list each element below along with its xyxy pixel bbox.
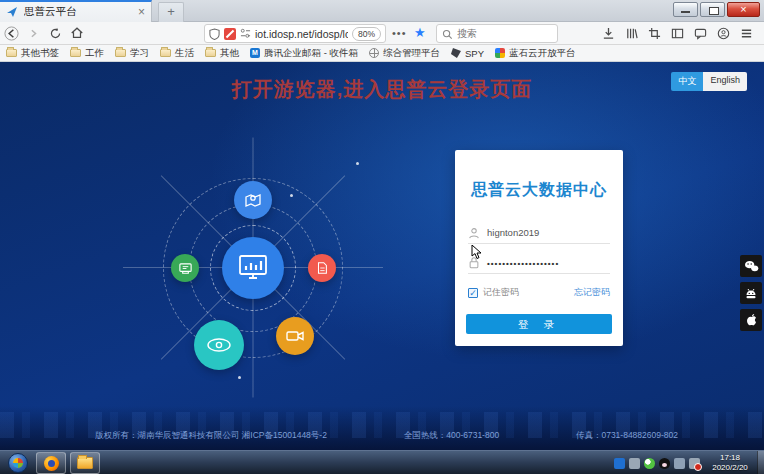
page-footer: 版权所有：湖南华辰智通科技有限公司 湘ICP备15001448号-2 全国热线：…	[0, 406, 764, 450]
document-node[interactable]	[308, 254, 336, 282]
video-node[interactable]	[276, 317, 314, 355]
tracking-shield-icon	[209, 28, 220, 40]
download-icon[interactable]	[600, 26, 616, 42]
forgot-password-link[interactable]: 忘记密码	[574, 286, 610, 299]
sidebar-icon[interactable]	[669, 26, 685, 42]
bookmark-folder-study[interactable]: 学习	[115, 47, 149, 60]
lanshi-icon	[495, 48, 505, 58]
tray-network-share-icon[interactable]	[674, 458, 685, 469]
remember-row: ✓ 记住密码 忘记密码	[468, 286, 610, 299]
hub-graphic	[118, 132, 388, 404]
clock-date: 2020/2/20	[705, 463, 755, 473]
bookmark-folder-misc[interactable]: 其他	[205, 47, 239, 60]
show-desktop-button[interactable]	[757, 451, 764, 474]
back-button[interactable]	[0, 23, 22, 43]
forward-button[interactable]	[22, 23, 44, 43]
start-button[interactable]	[8, 453, 28, 473]
vision-node[interactable]	[194, 320, 244, 370]
bookmarks-bar: 其他书签 工作 学习 生活 其他 M腾讯企业邮箱 - 收件箱 综合管理平台 SP…	[0, 45, 764, 62]
restore-button[interactable]	[700, 2, 725, 17]
lang-english-button[interactable]: English	[703, 72, 747, 91]
site-permissions-icon[interactable]	[240, 28, 251, 39]
map-pin-icon	[243, 190, 263, 210]
toolbar-icons	[600, 22, 754, 45]
bookmark-folder-work[interactable]: 工作	[70, 47, 104, 60]
search-box[interactable]	[436, 24, 558, 43]
folder-icon	[70, 49, 81, 57]
apple-icon	[745, 313, 758, 327]
bookmark-management-platform[interactable]: 综合管理平台	[369, 47, 440, 60]
reload-button[interactable]	[44, 23, 66, 43]
android-button[interactable]	[740, 282, 762, 304]
close-button[interactable]: ×	[727, 2, 760, 17]
clock-time: 17:18	[705, 453, 755, 463]
folder-icon	[6, 49, 17, 57]
bookmark-folder-other-bookmarks[interactable]: 其他书签	[6, 47, 59, 60]
tray-wechat-icon[interactable]	[644, 458, 655, 469]
menu-icon[interactable]	[738, 26, 754, 42]
document-icon	[315, 261, 329, 275]
language-toggle: 中文 English	[671, 72, 747, 91]
remember-checkbox[interactable]: ✓	[468, 288, 478, 298]
map-node[interactable]	[234, 181, 272, 219]
search-icon	[442, 29, 453, 40]
mail-icon: M	[250, 48, 260, 58]
tray-device-icon[interactable]	[629, 458, 640, 469]
decor-dot	[356, 162, 359, 165]
video-camera-icon	[285, 328, 305, 344]
bookmark-star-icon[interactable]: ★	[414, 25, 426, 40]
browser-tab[interactable]: 思普云平台 ×	[0, 0, 152, 22]
bookmark-spy[interactable]: SPY	[451, 48, 484, 59]
monitor-node[interactable]	[171, 254, 199, 282]
system-tray	[614, 451, 700, 474]
annotation-text: 打开游览器,进入思普云登录页面	[0, 76, 764, 103]
bookmark-lanshi-cloud[interactable]: 蓝石云开放平台	[495, 47, 576, 60]
url-bar[interactable]: iot.idosp.net/idosp/login.html 80%	[204, 24, 386, 43]
firefox-icon	[44, 456, 59, 471]
login-page: 打开游览器,进入思普云登录页面 中文 English	[0, 62, 764, 450]
taskbar-firefox-button[interactable]	[36, 452, 66, 474]
library-icon[interactable]	[623, 26, 639, 42]
page-actions-icon[interactable]: •••	[392, 27, 407, 39]
screenshot-icon[interactable]	[646, 26, 662, 42]
username-value: hignton2019	[487, 227, 539, 238]
screen-icon	[178, 261, 193, 276]
account-icon[interactable]	[715, 26, 731, 42]
user-icon	[468, 227, 480, 239]
taskbar-clock[interactable]: 17:18 2020/2/20	[705, 453, 755, 473]
taskbar-explorer-button[interactable]	[70, 452, 100, 474]
url-text: iot.idosp.net/idosp/login.html	[255, 28, 348, 40]
android-icon	[744, 287, 758, 300]
password-value: •••••••••••••••••••	[487, 259, 559, 268]
wechat-button[interactable]	[740, 255, 762, 277]
explorer-folder-icon	[77, 457, 93, 469]
monitor-chart-icon	[236, 253, 270, 283]
lang-chinese-button[interactable]: 中文	[671, 72, 703, 91]
spy-icon	[451, 48, 461, 58]
windows-taskbar: 17:18 2020/2/20	[0, 450, 764, 474]
bookmark-folder-life[interactable]: 生活	[160, 47, 194, 60]
bookmark-tencent-mail[interactable]: M腾讯企业邮箱 - 收件箱	[250, 47, 358, 60]
apple-button[interactable]	[740, 309, 762, 331]
window-controls: ×	[673, 2, 760, 17]
password-field[interactable]: •••••••••••••••••••	[468, 252, 610, 274]
tray-notification-icon[interactable]	[614, 458, 625, 469]
login-button[interactable]: 登 录	[466, 314, 612, 334]
username-field[interactable]: hignton2019	[468, 222, 610, 244]
messages-icon[interactable]	[692, 26, 708, 42]
blocked-plugin-icon[interactable]	[224, 28, 236, 40]
tray-qq-icon[interactable]	[659, 458, 670, 469]
folder-icon	[115, 49, 126, 57]
tab-close-icon[interactable]: ×	[138, 5, 145, 19]
new-tab-button[interactable]: +	[158, 2, 184, 22]
search-input[interactable]	[457, 26, 555, 41]
zoom-level-indicator[interactable]: 80%	[352, 27, 381, 41]
browser-tab-bar: 思普云平台 × + ×	[0, 0, 764, 22]
eye-icon	[205, 336, 233, 354]
home-button[interactable]	[66, 23, 88, 43]
tray-volume-muted-icon[interactable]	[689, 458, 700, 469]
minimize-button[interactable]	[673, 2, 698, 17]
login-card: 思普云大数据中心 hignton2019 •••••••••••••••••••	[455, 150, 623, 346]
decor-dot	[290, 194, 293, 197]
dashboard-node[interactable]	[222, 237, 284, 299]
